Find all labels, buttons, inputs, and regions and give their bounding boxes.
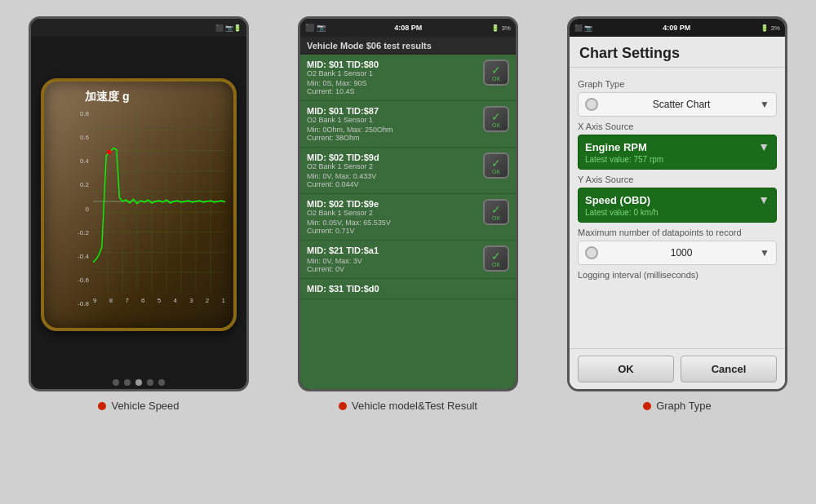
- mid-tid-1: MID: $01 TID:$80: [307, 60, 478, 69]
- y-axis-label: Y Axis Source: [578, 175, 777, 184]
- logging-interval-label: Logging interval (milliseconds): [578, 270, 777, 280]
- graph-type-radio[interactable]: [585, 98, 598, 111]
- status-battery-3: 🔋 3%: [761, 24, 780, 32]
- values-3: Min: 0V, Max: 0.433VCurrent: 0.044V: [307, 172, 478, 188]
- test-item-3: MID: $02 TID:$9d O2 Bank 1 Sensor 2 Min:…: [300, 148, 516, 194]
- mid-tid-5: MID: $21 TID:$a1: [307, 245, 478, 255]
- caption-2: Vehicle model&Test Result: [339, 400, 477, 412]
- status-icons-2: ⬛ 📷: [305, 24, 326, 32]
- bank-1: O2 Bank 1 Sensor 1: [307, 69, 478, 77]
- chart-area: 加速度 g 0.8 0.6 0.4 0.2 0 -0.2 -0.4 -0.6: [31, 37, 246, 373]
- dot-4[interactable]: [147, 379, 153, 386]
- dot-1[interactable]: [113, 379, 119, 386]
- y-axis-dropdown[interactable]: Speed (OBD) ▼ Latest value: 0 km/h: [578, 188, 777, 223]
- bank-3: O2 Bank 1 Sensor 2: [307, 162, 478, 170]
- max-datapoints-value: 1000: [671, 247, 693, 259]
- x-axis-arrow-icon: ▼: [758, 140, 769, 153]
- x-axis-dropdown[interactable]: Engine RPM ▼ Latest value: 757 rpm: [578, 135, 777, 170]
- dot-3[interactable]: [135, 379, 142, 386]
- panel-vehicle-speed: ⬛ 📷 🔋 加速度 g 0.8 0.6: [8, 16, 269, 496]
- ok-badge-4: ✓ OK: [483, 199, 509, 225]
- chart-inner: 0.8 0.6 0.4 0.2 0 -0.2 -0.4 -0.6 -0.8: [69, 110, 225, 307]
- graph-type-dropdown[interactable]: Scatter Chart ▼: [578, 92, 777, 117]
- test-item-2: MID: $01 TID:$87 O2 Bank 1 Sensor 1 Min:…: [300, 101, 516, 148]
- settings-header: Chart Settings: [570, 37, 785, 68]
- caption-dot-2: [339, 402, 347, 410]
- settings-body: Graph Type Scatter Chart ▼ X Axis Source…: [570, 68, 785, 348]
- status-bar-3: ⬛ 📷 4:09 PM 🔋 3%: [570, 19, 785, 37]
- settings-footer: OK Cancel: [570, 348, 785, 389]
- chart-widget: 加速度 g 0.8 0.6 0.4 0.2 0 -0.2 -0.4 -0.6: [41, 78, 237, 331]
- title-bar-2: Vehicle Mode $06 test results: [300, 37, 516, 55]
- mid-tid-4: MID: $02 TID:$9e: [307, 199, 478, 209]
- caption-text-2: Vehicle model&Test Result: [352, 400, 477, 412]
- bank-4: O2 Bank 1 Sensor 2: [307, 209, 478, 217]
- max-datapoints-arrow-icon: ▼: [760, 247, 769, 259]
- x-axis-value: Engine RPM: [585, 141, 647, 153]
- x-axis-latest: Latest value: 757 rpm: [585, 155, 769, 164]
- dot-2[interactable]: [124, 379, 131, 386]
- panel-vehicle-test: ⬛ 📷 4:08 PM 🔋 3% Vehicle Mode $06 test r…: [277, 16, 539, 496]
- test-item-4: MID: $02 TID:$9e O2 Bank 1 Sensor 2 Min:…: [300, 194, 516, 241]
- y-axis-value: Speed (OBD): [585, 194, 650, 206]
- status-bar-1: ⬛ 📷 🔋: [31, 19, 246, 37]
- caption-dot-3: [643, 402, 651, 410]
- ok-badge-5: ✓ OK: [483, 245, 509, 272]
- screen-2: ⬛ 📷 4:08 PM 🔋 3% Vehicle Mode $06 test r…: [298, 16, 518, 391]
- caption-3: Graph Type: [643, 400, 712, 412]
- max-datapoints-dropdown[interactable]: 1000 ▼: [578, 241, 777, 265]
- graph-type-value: Scatter Chart: [653, 99, 711, 110]
- values-4: Min: 0.05V, Max: 65.535VCurrent: 0.71V: [307, 219, 478, 235]
- ok-button[interactable]: OK: [578, 356, 674, 382]
- status-battery-2: 🔋 3%: [491, 24, 511, 32]
- max-datapoints-label: Maximum number of datapoints to record: [578, 228, 777, 237]
- chart-title: 加速度 g: [85, 90, 129, 104]
- x-axis-label: X Axis Source: [578, 122, 777, 131]
- status-battery-1: 🔋: [233, 24, 242, 32]
- main-container: ⬛ 📷 🔋 加速度 g 0.8 0.6: [0, 0, 816, 504]
- test-results-list[interactable]: MID: $01 TID:$80 O2 Bank 1 Sensor 1 Min:…: [300, 55, 516, 389]
- mid-tid-3: MID: $02 TID:$9d: [307, 153, 478, 162]
- test-item-5: MID: $21 TID:$a1 Min: 0V, Max: 3VCurrent…: [300, 241, 516, 279]
- status-time-3: 4:09 PM: [663, 24, 690, 32]
- indicator-dot: [107, 150, 111, 155]
- y-axis-wrapper: Speed (OBD) ▼ Latest value: 0 km/h: [578, 188, 777, 223]
- settings-title: Chart Settings: [579, 45, 775, 62]
- max-datapoints-radio[interactable]: [585, 246, 598, 259]
- status-bar-2: ⬛ 📷 4:08 PM 🔋 3%: [300, 19, 516, 37]
- test-item-6: MID: $31 TID:$d0: [300, 279, 516, 299]
- bank-2: O2 Bank 1 Sensor 1: [307, 116, 478, 124]
- graph-type-label: Graph Type: [578, 79, 777, 89]
- caption-text-1: Vehicle Speed: [111, 400, 179, 412]
- status-icons-left: ⬛ 📷: [215, 24, 233, 32]
- ok-badge-2: ✓ OK: [483, 106, 509, 132]
- chart-svg: [93, 110, 225, 293]
- ok-badge-1: ✓ OK: [483, 60, 509, 86]
- values-5: Min: 0V, Max: 3VCurrent: 0V: [307, 257, 478, 273]
- status-time-2: 4:08 PM: [394, 24, 422, 32]
- dot-5[interactable]: [158, 379, 165, 386]
- chart-svg-container: [93, 110, 225, 293]
- cancel-button[interactable]: Cancel: [681, 356, 777, 382]
- x-axis-wrapper: Engine RPM ▼ Latest value: 757 rpm: [578, 135, 777, 170]
- title-text-2: Vehicle Mode $06 test results: [307, 41, 432, 51]
- y-axis-labels: 0.8 0.6 0.4 0.2 0 -0.2 -0.4 -0.6 -0.8: [69, 110, 91, 307]
- y-axis-arrow-icon: ▼: [758, 193, 769, 206]
- caption-dot-1: [98, 402, 106, 410]
- graph-type-arrow-icon: ▼: [760, 99, 769, 110]
- caption-1: Vehicle Speed: [98, 400, 179, 412]
- ok-badge-3: ✓ OK: [483, 153, 509, 179]
- test-item-1: MID: $01 TID:$80 O2 Bank 1 Sensor 1 Min:…: [300, 55, 516, 101]
- caption-text-3: Graph Type: [656, 400, 712, 412]
- mid-tid-2: MID: $01 TID:$87: [307, 106, 478, 116]
- screen-3: ⬛ 📷 4:09 PM 🔋 3% Chart Settings Graph Ty…: [567, 16, 787, 391]
- mid-tid-6: MID: $31 TID:$d0: [307, 284, 509, 294]
- x-axis-labels: 9 8 7 6 5 4 3 2 1: [93, 293, 225, 307]
- panel-chart-settings: ⬛ 📷 4:09 PM 🔋 3% Chart Settings Graph Ty…: [547, 16, 808, 496]
- y-axis-latest: Latest value: 0 km/h: [585, 208, 769, 217]
- pagination-dots: [113, 379, 165, 386]
- status-icons-3: ⬛ 📷: [574, 24, 592, 32]
- screen-1: ⬛ 📷 🔋 加速度 g 0.8 0.6: [29, 16, 249, 391]
- values-1: Min: 0S, Max: 90SCurrent: 10.4S: [307, 79, 478, 95]
- values-2: Min: 0Ohm, Max: 250OhmCurrent: 38Ohm: [307, 126, 478, 142]
